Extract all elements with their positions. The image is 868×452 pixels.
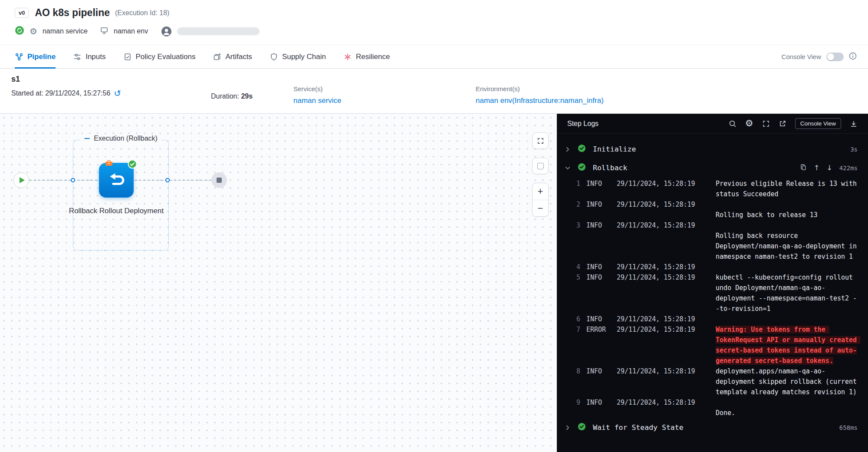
tab-bar: Pipeline Inputs Policy Evaluations Artif… [0,45,868,69]
log-level: INFO [586,366,617,376]
chevron-down-icon[interactable] [565,165,571,171]
tab-supply-chain[interactable]: Supply Chain [270,45,326,68]
step-rollback-rollout-deployment[interactable] [99,163,134,198]
success-check-icon [578,422,586,432]
step-logs-header: Step Logs ⚙ Console View [557,114,868,134]
service-link[interactable]: naman service [293,96,476,105]
log-line-number: 9 [557,397,580,408]
pipeline-title: AO k8s pipeline [35,7,110,19]
duration-label: Duration: [211,92,239,100]
log-timestamp: 29/11/2024, 15:28:19 [617,324,716,335]
step-label[interactable]: Rollback Rollout Deployment [69,206,164,216]
log-message: kubectl --kubeconfig=config rollout undo… [716,272,868,314]
tab-label: Artifacts [225,53,252,61]
log-level: INFO [586,262,617,272]
chevron-right-icon[interactable] [565,146,571,152]
log-level: INFO [586,220,617,231]
tab-artifacts[interactable]: Artifacts [213,45,252,68]
tab-inputs[interactable]: Inputs [73,45,105,68]
scroll-down-icon[interactable]: ↓ [826,164,832,172]
log-timestamp: 29/11/2024, 15:28:19 [617,262,716,272]
settings-gear-icon[interactable]: ⚙ [745,119,753,128]
play-icon [20,177,25,183]
log-line-number: 1 [557,178,580,189]
log-line: 2 INFO 29/11/2024, 15:28:19 Rolling back… [557,199,868,220]
log-message: deployment.apps/naman-qa-ao-deployment s… [716,366,868,397]
console-view-toggle[interactable] [826,53,844,61]
pipeline-canvas[interactable]: Execution (Rollback) Rollback Rollout De… [0,114,557,452]
artifacts-icon [213,53,221,61]
log-level: INFO [586,314,617,324]
log-section-wait-for-steady-state[interactable]: Wait for Steady State 658ms [557,418,868,437]
canvas-marquee-select-button[interactable] [532,158,549,174]
zoom-out-button[interactable]: − [533,200,548,216]
execution-group-header[interactable]: Execution (Rollback) [80,135,162,142]
log-message: Previous eligible Release is 13 with sta… [716,178,868,199]
copy-icon[interactable] [800,164,807,172]
log-timestamp: 29/11/2024, 15:28:19 [617,397,716,408]
step-logs-panel: Step Logs ⚙ Console View [557,114,868,452]
log-timestamp: 29/11/2024, 15:28:19 [617,366,716,376]
section-name: Wait for Steady State [593,423,684,432]
started-at-text: Started at: 29/11/2024, 15:27:56 [11,89,110,97]
log-line: 1 INFO 29/11/2024, 15:28:19 Previous eli… [557,178,868,199]
version-badge: v0 [15,8,29,18]
log-line-number: 7 [557,324,580,335]
section-duration: 422ms [839,165,858,172]
log-line: 3 INFO 29/11/2024, 15:28:19 Rolling back… [557,220,868,262]
scroll-up-icon[interactable]: ↑ [814,164,819,172]
connector-port [165,178,170,182]
stage-info-bar: s1 Started at: 29/11/2024, 15:27:56 ↺ Du… [0,69,868,114]
log-section-initialize[interactable]: Initialize 3s [557,140,868,158]
user-avatar-icon [161,26,172,37]
success-check-icon [578,144,586,154]
tab-pipeline[interactable]: Pipeline [15,45,56,68]
marquee-select-icon [537,163,544,169]
section-duration: 658ms [839,424,858,431]
log-line-number: 4 [557,262,580,272]
redacted-user-email [177,27,260,35]
execution-id: (Execution Id: 18) [115,9,169,17]
console-view-button[interactable]: Console View [795,118,841,129]
collapse-icon[interactable] [84,138,89,139]
open-in-new-icon[interactable] [779,120,786,128]
step-logs-body: Initialize 3s Rollback ↑ ↓ 422ms [557,140,868,437]
log-line-error: 7 ERROR 29/11/2024, 15:28:19 Warning: Us… [557,324,868,366]
log-timestamp: 29/11/2024, 15:28:19 [617,314,716,324]
execution-history-icon[interactable]: ↺ [114,89,121,98]
log-section-rollback[interactable]: Rollback ↑ ↓ 422ms [557,158,868,177]
tab-resilience[interactable]: Resilience [343,45,390,68]
step-barrier-icon [105,160,113,168]
environment-link[interactable]: naman env(Infrastructure:naman_infra) [476,96,604,105]
tab-label: Supply Chain [282,53,326,61]
zoom-in-button[interactable]: + [533,183,548,200]
resilience-icon [343,53,352,61]
error-message-text: Warning: Use tokens from the TokenReques… [716,326,861,365]
environment-name: naman env [114,27,148,35]
rollback-arrow-icon [107,171,126,190]
log-line: 6 INFO 29/11/2024, 15:28:19 [557,314,868,324]
chevron-right-icon[interactable] [565,425,571,431]
fullscreen-icon[interactable] [762,120,770,128]
info-icon[interactable] [849,52,857,61]
cd-module-icon [15,26,24,37]
connector-port [71,178,75,182]
environment-icon [100,26,108,36]
log-line: 5 INFO 29/11/2024, 15:28:19 kubectl --ku… [557,272,868,314]
search-icon[interactable] [729,120,736,128]
log-line: 4 INFO 29/11/2024, 15:28:19 [557,262,868,272]
log-timestamp: 29/11/2024, 15:28:19 [617,272,716,283]
log-line-number: 3 [557,220,580,231]
gear-icon[interactable]: ⚙ [30,27,37,36]
log-level: INFO [586,272,617,283]
pipeline-execution-page: v0 AO k8s pipeline (Execution Id: 18) ⚙ … [0,0,868,452]
canvas-expand-button[interactable] [532,132,549,149]
download-icon[interactable] [850,120,858,128]
log-line-number: 5 [557,272,580,283]
log-line-number: 6 [557,314,580,324]
tab-label: Pipeline [27,53,56,61]
log-message: Rolling back resource Deployment/naman-q… [716,220,868,262]
tab-policy-evaluations[interactable]: Policy Evaluations [123,45,196,68]
page-header: v0 AO k8s pipeline (Execution Id: 18) ⚙ … [0,0,868,45]
policy-icon [123,53,132,61]
